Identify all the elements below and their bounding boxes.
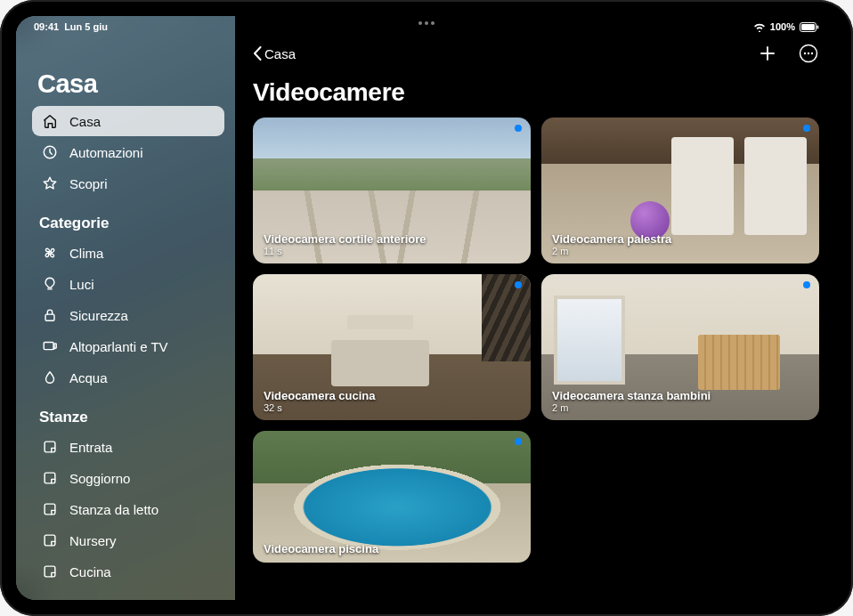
sidebar-item-clima[interactable]: Clima [32, 238, 224, 268]
sidebar-item-stanza-da-letto[interactable]: Stanza da letto [32, 494, 224, 524]
add-button[interactable] [757, 43, 778, 64]
status-bar: 09:41 Lun 5 giu 100% [16, 16, 837, 36]
app-title: Casa [37, 69, 224, 99]
sidebar-item-automazioni[interactable]: Automazioni [32, 137, 224, 167]
camera-name: Videocamera stanza bambini [552, 389, 711, 402]
sidebar-item-label: Luci [69, 277, 94, 292]
svg-rect-12 [45, 535, 55, 546]
battery-percent: 100% [770, 21, 795, 32]
sidebar-item-nursery[interactable]: Nursery [32, 525, 224, 555]
sidebar-item-scopri[interactable]: Scopri [32, 168, 224, 199]
sidebar-item-casa[interactable]: Casa [32, 106, 224, 136]
camera-tile[interactable]: Videocamera palestra2 m [541, 118, 819, 263]
screen: 09:41 Lun 5 giu 100% Casa CasaAutomazion… [16, 16, 837, 600]
sidebar-section-categorie: Categorie [39, 215, 224, 232]
svg-rect-6 [44, 343, 53, 350]
page-title: Videocamere [253, 78, 819, 107]
status-time: 09:41 [34, 21, 59, 32]
multitask-dots[interactable] [418, 21, 435, 25]
drop-icon [41, 369, 59, 386]
sidebar-item-label: Acqua [69, 370, 108, 385]
room-icon [41, 438, 59, 456]
live-indicator-icon [803, 281, 810, 288]
sidebar-item-label: Soggiorno [69, 471, 130, 486]
svg-rect-11 [45, 504, 55, 515]
camera-tile[interactable]: Videocamera cortile anteriore11 s [253, 118, 531, 263]
sidebar-item-label: Clima [69, 246, 103, 261]
svg-rect-10 [45, 473, 55, 483]
live-indicator-icon [515, 281, 522, 288]
sidebar-item-label: Sicurezza [69, 308, 128, 323]
camera-caption: Videocamera piscina [264, 542, 378, 555]
chevron-left-icon [253, 46, 262, 61]
room-icon [41, 563, 59, 580]
lock-icon [41, 306, 59, 324]
live-indicator-icon [515, 438, 522, 445]
camera-tile[interactable]: Videocamera piscina [253, 431, 531, 563]
back-label: Casa [264, 46, 296, 61]
room-icon [41, 531, 59, 549]
svg-point-15 [804, 53, 806, 54]
sidebar-item-luci[interactable]: Luci [32, 269, 224, 299]
svg-point-17 [811, 53, 813, 54]
camera-name: Videocamera piscina [264, 542, 378, 555]
sidebar-item-label: Cucina [69, 564, 111, 580]
sidebar-item-label: Casa [69, 114, 101, 129]
svg-rect-9 [45, 442, 55, 452]
svg-point-16 [808, 53, 809, 54]
camera-name: Videocamera cucina [264, 389, 376, 402]
back-button[interactable]: Casa [253, 46, 296, 61]
plus-icon [759, 45, 776, 62]
camera-caption: Videocamera cucina32 s [264, 389, 376, 413]
camera-grid: Videocamera cortile anteriore11 sVideoca… [253, 118, 819, 563]
home-icon [41, 112, 59, 130]
sidebar-item-label: Automazioni [69, 145, 143, 160]
camera-name: Videocamera cortile anteriore [264, 232, 426, 246]
more-button[interactable] [798, 43, 819, 64]
svg-rect-1 [801, 24, 815, 30]
camera-name: Videocamera palestra [552, 232, 671, 246]
battery-icon [800, 22, 819, 32]
svg-rect-2 [817, 25, 819, 28]
sidebar-item-altoparlanti-e-tv[interactable]: Altoparlanti e TV [32, 331, 224, 361]
sidebar-item-label: Stanza da letto [69, 502, 158, 517]
sidebar-item-label: Nursery [69, 533, 117, 548]
sidebar-item-entrata[interactable]: Entrata [32, 432, 224, 462]
svg-rect-7 [54, 344, 56, 348]
fan-icon [41, 244, 59, 262]
svg-rect-13 [45, 566, 55, 577]
clock-icon [41, 143, 59, 161]
camera-tile[interactable]: Videocamera cucina32 s [253, 274, 531, 420]
sidebar-section-stanze: Stanze [39, 409, 224, 426]
camera-timestamp: 32 s [264, 402, 376, 413]
camera-caption: Videocamera cortile anteriore11 s [264, 232, 426, 256]
sidebar-item-label: Altoparlanti e TV [69, 339, 168, 354]
sidebar: Casa CasaAutomazioniScopri CategorieClim… [16, 16, 235, 600]
bulb-icon [41, 275, 59, 293]
live-indicator-icon [515, 125, 522, 132]
sidebar-item-acqua[interactable]: Acqua [32, 362, 224, 393]
ipad-frame: 09:41 Lun 5 giu 100% Casa CasaAutomazion… [0, 0, 853, 616]
camera-timestamp: 2 m [552, 402, 711, 413]
sidebar-item-label: Scopri [69, 176, 108, 191]
camera-caption: Videocamera stanza bambini2 m [552, 389, 711, 413]
star-icon [41, 174, 59, 192]
camera-tile[interactable]: Videocamera stanza bambini2 m [541, 274, 819, 420]
sidebar-item-cucina[interactable]: Cucina [32, 556, 224, 587]
topbar: Casa [253, 43, 819, 64]
room-icon [41, 500, 59, 518]
sidebar-item-soggiorno[interactable]: Soggiorno [32, 463, 224, 493]
status-date: Lun 5 giu [64, 21, 108, 32]
main-content: Casa Videocamere Videocamera cortile ant… [235, 16, 837, 600]
room-icon [41, 469, 59, 487]
ellipsis-circle-icon [799, 44, 818, 63]
svg-rect-5 [45, 314, 54, 320]
speaker-icon [41, 337, 59, 355]
live-indicator-icon [803, 125, 810, 132]
wifi-icon [753, 22, 766, 32]
sidebar-item-sicurezza[interactable]: Sicurezza [32, 300, 224, 330]
camera-timestamp: 2 m [552, 246, 671, 256]
camera-caption: Videocamera palestra2 m [552, 232, 671, 256]
svg-point-8 [53, 348, 55, 350]
camera-timestamp: 11 s [264, 246, 426, 256]
